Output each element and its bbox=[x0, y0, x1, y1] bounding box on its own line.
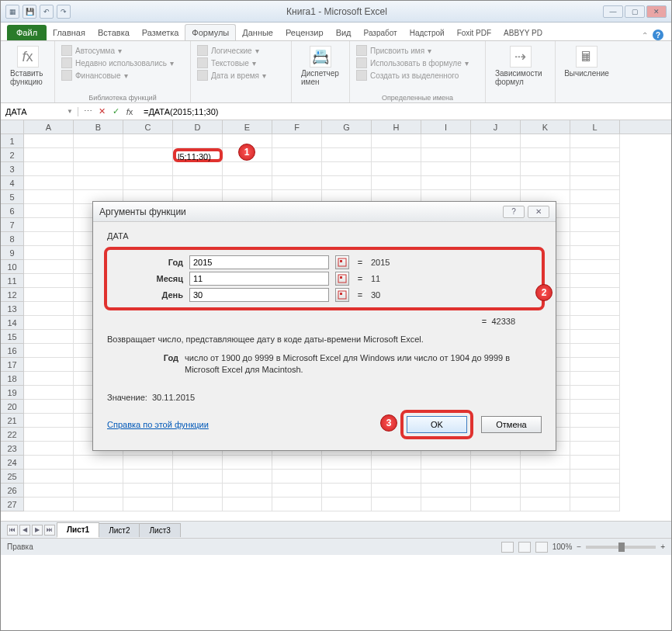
close-button[interactable]: ✕ bbox=[646, 5, 667, 18]
cell[interactable] bbox=[173, 148, 223, 162]
cell[interactable] bbox=[24, 218, 74, 232]
arg-input-month[interactable] bbox=[189, 272, 329, 286]
row-header[interactable]: 22 bbox=[1, 428, 24, 442]
row-header[interactable]: 26 bbox=[1, 484, 24, 498]
cell[interactable] bbox=[173, 470, 223, 484]
cell[interactable] bbox=[173, 176, 223, 190]
cell[interactable] bbox=[322, 148, 372, 162]
cell[interactable] bbox=[24, 442, 74, 456]
cell[interactable] bbox=[24, 498, 74, 511]
cell[interactable] bbox=[570, 260, 620, 274]
cell[interactable] bbox=[123, 148, 173, 162]
tab-data[interactable]: Данные bbox=[236, 25, 279, 40]
row-header[interactable]: 5 bbox=[1, 190, 24, 204]
cell[interactable] bbox=[223, 470, 272, 484]
cell[interactable] bbox=[24, 260, 74, 274]
ok-button[interactable]: OK bbox=[407, 416, 467, 433]
cell[interactable] bbox=[24, 484, 74, 498]
cell[interactable] bbox=[24, 134, 74, 148]
cell[interactable] bbox=[24, 246, 74, 260]
sheet-tab-2[interactable]: Лист2 bbox=[99, 523, 140, 537]
row-header[interactable]: 12 bbox=[1, 288, 24, 302]
cell[interactable] bbox=[372, 484, 421, 498]
cell[interactable] bbox=[123, 470, 173, 484]
row-header[interactable]: 16 bbox=[1, 344, 24, 358]
cell[interactable] bbox=[570, 288, 620, 302]
sheet-nav-first-icon[interactable]: ⏮ bbox=[7, 525, 18, 536]
cell[interactable] bbox=[123, 456, 173, 470]
row-header[interactable]: 11 bbox=[1, 274, 24, 288]
tab-developer[interactable]: Разработ bbox=[358, 26, 404, 40]
col-header[interactable]: K bbox=[521, 120, 570, 133]
row-header[interactable]: 27 bbox=[1, 498, 24, 511]
range-picker-icon[interactable] bbox=[335, 288, 349, 302]
row-header[interactable]: 1 bbox=[1, 134, 24, 148]
row-header[interactable]: 10 bbox=[1, 260, 24, 274]
cell[interactable] bbox=[372, 134, 421, 148]
cell[interactable] bbox=[24, 344, 74, 358]
fx-button-icon[interactable]: fx bbox=[123, 106, 136, 118]
cell[interactable] bbox=[471, 134, 521, 148]
cell[interactable] bbox=[570, 428, 620, 442]
cell[interactable] bbox=[223, 484, 272, 498]
cell[interactable] bbox=[74, 176, 123, 190]
cell[interactable] bbox=[471, 470, 521, 484]
cell[interactable] bbox=[521, 176, 570, 190]
cell[interactable] bbox=[521, 162, 570, 176]
cell[interactable] bbox=[570, 484, 620, 498]
row-header[interactable]: 2 bbox=[1, 148, 24, 162]
col-header[interactable]: B bbox=[74, 120, 123, 133]
cell[interactable] bbox=[570, 386, 620, 400]
col-header[interactable]: C bbox=[123, 120, 173, 133]
save-icon[interactable]: 💾 bbox=[23, 5, 36, 19]
cell[interactable] bbox=[24, 274, 74, 288]
tab-home[interactable]: Главная bbox=[47, 25, 92, 40]
range-picker-icon[interactable] bbox=[335, 272, 349, 286]
cell[interactable] bbox=[272, 134, 322, 148]
row-header[interactable]: 13 bbox=[1, 302, 24, 316]
excel-icon[interactable]: ▦ bbox=[5, 5, 19, 19]
cancel-button[interactable]: Отмена bbox=[481, 416, 542, 433]
cell[interactable] bbox=[24, 428, 74, 442]
zoom-in-icon[interactable]: + bbox=[660, 543, 665, 551]
cell[interactable] bbox=[24, 330, 74, 344]
cell[interactable] bbox=[570, 316, 620, 330]
cell[interactable] bbox=[570, 358, 620, 372]
tab-view[interactable]: Вид bbox=[330, 25, 358, 40]
function-help-link[interactable]: Справка по этой функции bbox=[107, 420, 209, 429]
cell[interactable] bbox=[570, 246, 620, 260]
cell[interactable] bbox=[24, 456, 74, 470]
zoom-out-icon[interactable]: − bbox=[577, 543, 581, 551]
cell[interactable] bbox=[471, 456, 521, 470]
cell[interactable] bbox=[322, 162, 372, 176]
cell[interactable] bbox=[74, 134, 123, 148]
cell[interactable] bbox=[372, 470, 421, 484]
cell[interactable] bbox=[272, 456, 322, 470]
cell[interactable] bbox=[570, 274, 620, 288]
maximize-button[interactable]: ▢ bbox=[625, 5, 645, 18]
from-selection-button[interactable]: Создать из выделенного bbox=[356, 69, 479, 81]
tab-formulas[interactable]: Формулы bbox=[185, 24, 236, 40]
cell[interactable] bbox=[223, 162, 272, 176]
cell[interactable] bbox=[421, 470, 471, 484]
spreadsheet-grid[interactable]: A B C D E F G H I J K L 1234567891011121… bbox=[1, 120, 671, 521]
help-icon[interactable]: ? bbox=[653, 29, 663, 40]
use-in-formula-button[interactable]: Использовать в формуле ▾ bbox=[356, 57, 479, 69]
col-header[interactable]: F bbox=[272, 120, 322, 133]
row-header[interactable]: 24 bbox=[1, 456, 24, 470]
row-header[interactable]: 4 bbox=[1, 176, 24, 190]
col-header[interactable]: I bbox=[421, 120, 471, 133]
cell[interactable] bbox=[372, 456, 421, 470]
cell[interactable] bbox=[123, 176, 173, 190]
cell[interactable] bbox=[272, 470, 322, 484]
cell[interactable] bbox=[570, 302, 620, 316]
cell[interactable] bbox=[421, 484, 471, 498]
cell[interactable] bbox=[24, 414, 74, 428]
cell[interactable] bbox=[471, 176, 521, 190]
cell[interactable] bbox=[123, 484, 173, 498]
row-header[interactable]: 21 bbox=[1, 414, 24, 428]
cells-area[interactable]: l5;11;30) 1 Аргументы функции ? ✕ ДАТА bbox=[24, 134, 671, 511]
cell[interactable] bbox=[74, 484, 123, 498]
cell[interactable] bbox=[24, 358, 74, 372]
cell[interactable] bbox=[521, 470, 570, 484]
